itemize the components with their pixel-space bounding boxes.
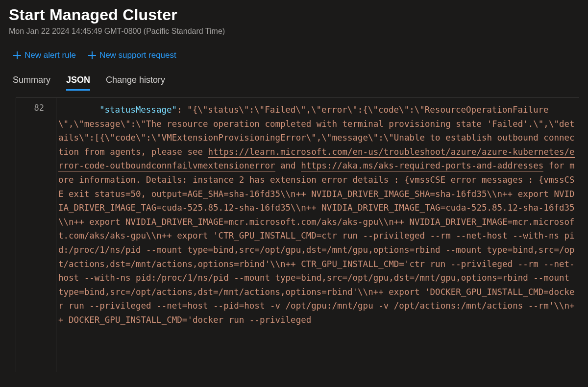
json-mid-text: and [275, 161, 301, 170]
doc-link-required-ports[interactable]: https://aka.ms/aks-required-ports-and-ad… [301, 161, 543, 171]
tab-change-history[interactable]: Change history [106, 75, 165, 91]
button-label: New support request [99, 50, 176, 60]
line-number: 82 [16, 103, 44, 113]
json-key: "statusMessage" [99, 105, 177, 115]
json-value-post: for more information. Details: instance … [58, 161, 575, 325]
plus-icon [88, 51, 97, 60]
tab-json[interactable]: JSON [66, 75, 90, 91]
plus-icon [13, 51, 22, 60]
tab-summary[interactable]: Summary [13, 75, 50, 91]
new-alert-rule-button[interactable]: New alert rule [13, 50, 76, 60]
command-bar: New alert rule New support request [9, 50, 579, 60]
tab-bar: Summary JSON Change history [9, 75, 579, 91]
page-timestamp: Mon Jan 22 2024 14:45:49 GMT-0800 (Pacif… [9, 27, 579, 36]
line-number-gutter: 82 [16, 98, 56, 372]
json-code-panel: 82 "statusMessage": "{\"status\":\"Faile… [16, 97, 579, 372]
page-title: Start Managed Cluster [9, 6, 579, 24]
activity-log-detail-page: Start Managed Cluster Mon Jan 22 2024 14… [0, 0, 588, 372]
new-support-request-button[interactable]: New support request [88, 50, 176, 60]
button-label: New alert rule [24, 50, 76, 60]
json-code-content[interactable]: "statusMessage": "{\"status\":\"Failed\"… [56, 98, 579, 372]
